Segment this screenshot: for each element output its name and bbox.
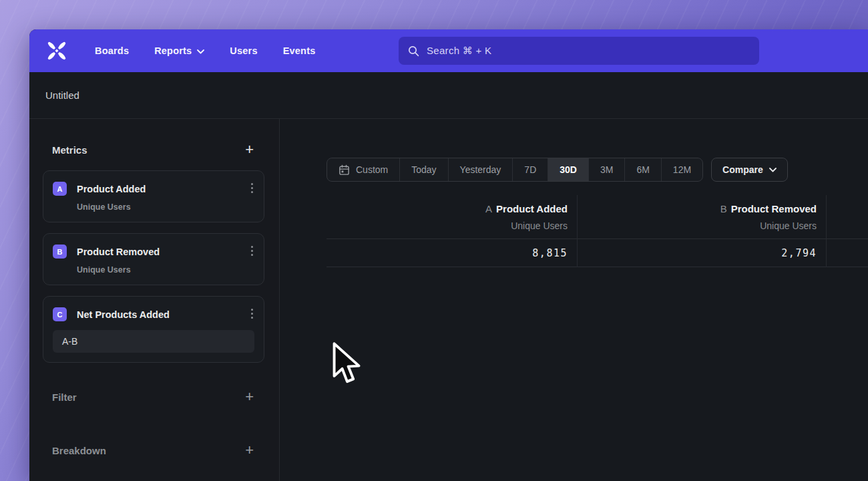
column-name: Product Added <box>496 203 568 214</box>
tab-yesterday[interactable]: Yesterday <box>448 158 513 181</box>
metric-card-a[interactable]: A Product Added Unique Users <box>43 170 264 222</box>
table-column-partial <box>826 195 868 267</box>
nav-item-label: Events <box>283 45 316 56</box>
nav-item-boards[interactable]: Boards <box>95 45 129 56</box>
chevron-down-icon <box>197 49 204 54</box>
search-input[interactable]: Search ⌘ + K <box>399 37 759 65</box>
tab-6m[interactable]: 6M <box>624 158 660 181</box>
tab-3m[interactable]: 3M <box>588 158 624 181</box>
compare-label: Compare <box>722 164 763 175</box>
nav-item-label: Boards <box>95 45 129 56</box>
tab-label: Custom <box>356 164 388 175</box>
table-column-a: AProduct Added Unique Users 8,815 <box>327 195 577 267</box>
table-column-b: BProduct Removed Unique Users 2,794 <box>577 195 826 267</box>
column-subtitle: Unique Users <box>327 220 568 231</box>
filter-section-header: Filter + <box>52 388 254 406</box>
compare-button[interactable]: Compare <box>711 158 788 182</box>
document-header: Untitled <box>29 72 868 119</box>
add-breakdown-button[interactable]: + <box>245 444 254 457</box>
metric-measurement[interactable]: Unique Users <box>77 202 254 212</box>
column-subtitle: Unique Users <box>578 220 817 231</box>
column-badge-letter: B <box>720 203 727 214</box>
tab-label: Yesterday <box>460 164 501 175</box>
metric-badge: B <box>53 245 67 259</box>
nav-item-label: Reports <box>154 45 192 56</box>
search-icon <box>408 45 419 57</box>
metric-name[interactable]: Net Products Added <box>77 309 170 320</box>
mixpanel-logo-icon[interactable] <box>45 39 68 62</box>
column-header[interactable]: AProduct Added Unique Users <box>327 195 577 239</box>
metrics-label: Metrics <box>52 144 87 156</box>
filter-label: Filter <box>52 391 77 403</box>
nav-item-label: Users <box>230 45 257 56</box>
app-window: Boards Reports Users Events Search ⌘ + K… <box>29 29 868 481</box>
nav-item-users[interactable]: Users <box>230 45 257 56</box>
top-nav: Boards Reports Users Events Search ⌘ + K <box>29 29 868 72</box>
metric-card-b[interactable]: B Product Removed Unique Users <box>43 233 264 285</box>
tab-label: 12M <box>673 164 691 175</box>
metric-badge: A <box>53 182 67 196</box>
breakdown-section-header: Breakdown + <box>52 442 254 459</box>
metric-value-b: 2,794 <box>578 239 826 267</box>
tab-label: 6M <box>636 164 649 175</box>
column-header[interactable]: BProduct Removed Unique Users <box>578 195 826 239</box>
date-range-segmented-control: Custom Today Yesterday 7D 30D 3M 6M 12M <box>327 158 703 182</box>
kebab-menu-icon[interactable] <box>251 183 253 193</box>
metric-name[interactable]: Product Added <box>77 184 146 194</box>
tab-custom[interactable]: Custom <box>327 158 399 181</box>
column-name: Product Removed <box>731 203 817 214</box>
tab-label: 30D <box>560 164 577 175</box>
tab-7d[interactable]: 7D <box>512 158 548 181</box>
metric-card-c[interactable]: C Net Products Added A-B <box>43 296 264 363</box>
tab-today[interactable]: Today <box>399 158 447 181</box>
tab-12m[interactable]: 12M <box>661 158 702 181</box>
metrics-section-header: Metrics + <box>52 141 254 158</box>
date-range-toolbar: Custom Today Yesterday 7D 30D 3M 6M 12M … <box>327 158 788 182</box>
search-placeholder: Search ⌘ + K <box>427 45 491 57</box>
kebab-menu-icon[interactable] <box>251 246 253 256</box>
results-table: AProduct Added Unique Users 8,815 BProdu… <box>327 195 868 267</box>
metric-badge: C <box>53 307 67 321</box>
document-title[interactable]: Untitled <box>45 90 79 101</box>
tab-label: 3M <box>600 164 613 175</box>
tab-label: 7D <box>524 164 536 175</box>
metric-value-a: 8,815 <box>327 239 577 267</box>
tab-label: Today <box>411 164 436 175</box>
metric-measurement[interactable]: Unique Users <box>77 265 254 275</box>
add-metric-button[interactable]: + <box>245 143 254 156</box>
tab-30d[interactable]: 30D <box>548 158 588 181</box>
formula-input[interactable]: A-B <box>53 330 254 353</box>
report-main-panel: Custom Today Yesterday 7D 30D 3M 6M 12M … <box>280 119 868 481</box>
nav-item-events[interactable]: Events <box>283 45 316 56</box>
metric-name[interactable]: Product Removed <box>77 247 160 257</box>
nav-menu: Boards Reports Users Events <box>95 45 315 56</box>
add-filter-button[interactable]: + <box>245 390 254 404</box>
column-badge-letter: A <box>485 203 492 214</box>
chevron-down-icon <box>769 168 777 172</box>
breakdown-label: Breakdown <box>52 445 106 456</box>
kebab-menu-icon[interactable] <box>251 309 253 319</box>
query-sidebar: Metrics + A Product Added Unique Users B… <box>29 119 280 481</box>
nav-item-reports[interactable]: Reports <box>154 45 204 56</box>
calendar-icon <box>339 164 350 176</box>
